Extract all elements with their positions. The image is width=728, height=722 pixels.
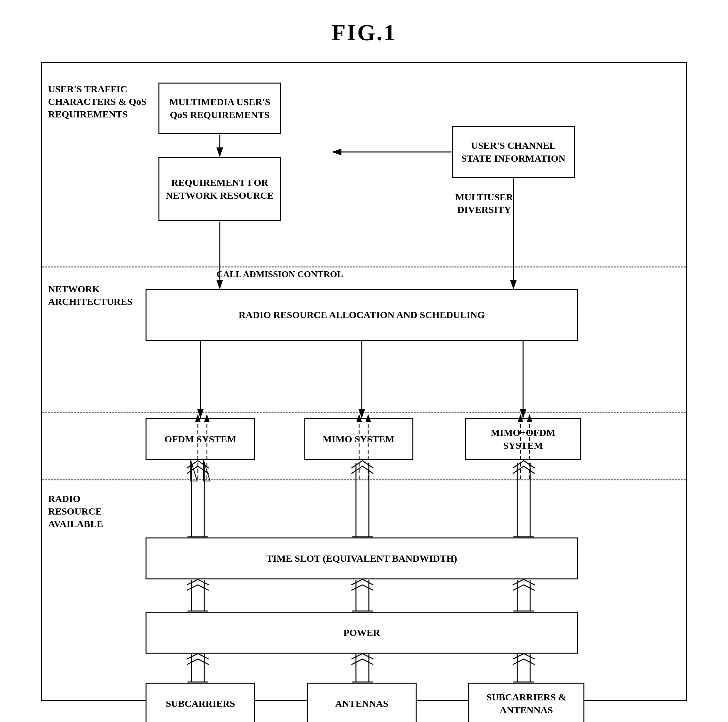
box-multimedia: MULTIMEDIA USER'S QoS REQUIREMENTS bbox=[158, 82, 281, 134]
label-call-admission: CALL ADMISSION CONTROL bbox=[217, 269, 343, 279]
box-subcarriers-antennas: SUBCARRIERS & ANTENNAS bbox=[468, 682, 584, 722]
box-ofdm: OFDM SYSTEM bbox=[145, 418, 255, 460]
box-timeslot: TIME SLOT (EQUIVALENT BANDWIDTH) bbox=[145, 537, 578, 579]
label-network-architectures: NETWORKARCHITECTURES bbox=[48, 282, 133, 308]
label-radio-resource: RADIORESOURCEAVAILABLE bbox=[48, 492, 103, 530]
dashed-line-1 bbox=[42, 267, 686, 267]
page-title: FIG.1 bbox=[332, 19, 396, 46]
diagram-container: USER'S TRAFFICCHARACTERS & QoSREQUIREMEN… bbox=[41, 62, 687, 701]
box-mimo: MIMO SYSTEM bbox=[304, 418, 413, 460]
box-requirement: REQUIREMENT FORNETWORK RESOURCE bbox=[158, 157, 281, 221]
dashed-line-2 bbox=[42, 412, 686, 413]
box-antennas: ANTENNAS bbox=[307, 682, 417, 722]
box-mimo-ofdm: MIMO+OFDM SYSTEM bbox=[465, 418, 581, 460]
arrows-overlay bbox=[42, 63, 686, 700]
box-radio-alloc: RADIO RESOURCE ALLOCATION AND SCHEDULING bbox=[145, 289, 578, 341]
svg-marker-9 bbox=[203, 460, 210, 481]
box-power: POWER bbox=[145, 612, 578, 653]
label-users-traffic: USER'S TRAFFICCHARACTERS & QoSREQUIREMEN… bbox=[48, 82, 147, 121]
box-channel: USER'S CHANNEL STATE INFORMATION bbox=[452, 126, 575, 178]
box-subcarriers: SUBCARRIERS bbox=[145, 682, 255, 722]
label-multiuser-diversity: MULTIUSERDIVERSITY bbox=[455, 191, 513, 216]
dashed-line-3 bbox=[42, 479, 686, 480]
svg-marker-8 bbox=[191, 460, 197, 481]
